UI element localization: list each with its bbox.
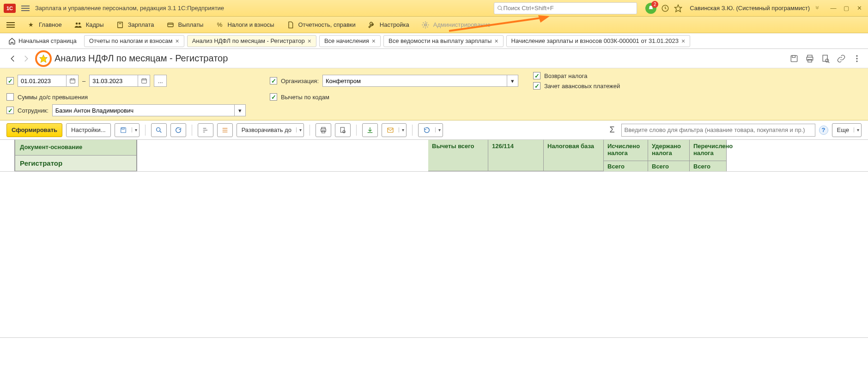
ribbon-item-main[interactable]: ★Главное <box>27 21 62 29</box>
tax-return-checkbox[interactable] <box>533 72 540 79</box>
svg-point-2 <box>662 5 668 12</box>
history-icon[interactable] <box>661 4 669 12</box>
expand-levels-button[interactable] <box>217 123 233 137</box>
find-button[interactable] <box>151 123 167 137</box>
svg-marker-14 <box>40 54 48 62</box>
svg-rect-19 <box>808 59 812 62</box>
svg-rect-47 <box>340 127 344 132</box>
svg-rect-20 <box>823 55 827 61</box>
favorite-star-icon[interactable] <box>674 4 682 12</box>
svg-rect-45 <box>321 129 326 131</box>
user-menu-chevron-icon[interactable] <box>814 6 820 11</box>
ribbon-item-taxes[interactable]: %Налоги и взносы <box>215 21 274 29</box>
advance-payment-checkbox[interactable] <box>533 82 540 90</box>
variants-button[interactable]: ▾ <box>115 123 140 137</box>
svg-marker-3 <box>675 5 682 12</box>
notifications-bell-icon[interactable]: 2 <box>645 3 656 14</box>
deductions-checkbox[interactable] <box>270 93 277 101</box>
link-icon[interactable] <box>837 54 846 63</box>
tab-item[interactable]: Все ведомости на выплату зарплаты× <box>383 35 504 47</box>
collapse-levels-button[interactable] <box>198 123 213 137</box>
email-button[interactable]: ▾ <box>382 123 407 137</box>
favorite-toggle[interactable] <box>35 50 52 67</box>
svg-rect-6 <box>117 22 122 28</box>
tab-item[interactable]: Все начисления× <box>319 35 381 47</box>
svg-point-23 <box>856 55 857 56</box>
org-checkbox[interactable] <box>270 77 277 84</box>
print-preview-button[interactable] <box>335 123 351 137</box>
more-button[interactable]: Еще▾ <box>832 123 862 137</box>
tab-item[interactable]: Анализ НДФЛ по месяцам - Регистратор× <box>187 35 316 47</box>
save-file-button[interactable] <box>362 123 378 137</box>
settings-button[interactable]: Настройки... <box>66 123 111 137</box>
date-presets-button[interactable]: ... <box>154 75 167 87</box>
global-search[interactable] <box>494 2 637 14</box>
print-icon[interactable] <box>805 54 814 63</box>
svg-point-0 <box>498 6 502 9</box>
date-to-input[interactable] <box>89 75 138 87</box>
employee-checkbox[interactable] <box>6 107 14 114</box>
tab-close-icon[interactable]: × <box>494 37 498 45</box>
svg-point-4 <box>75 22 78 24</box>
window-close-icon[interactable]: ✕ <box>854 4 864 13</box>
svg-point-24 <box>856 58 857 59</box>
ribbon-item-admin[interactable]: Администрирование <box>421 21 491 29</box>
svg-rect-15 <box>791 55 797 61</box>
org-dropdown-icon[interactable]: ▾ <box>507 75 518 87</box>
col-subheader: Всего <box>604 161 648 171</box>
svg-line-1 <box>501 9 503 10</box>
sections-menu-icon[interactable] <box>6 22 15 28</box>
global-search-input[interactable] <box>504 5 634 12</box>
tab-item[interactable]: Начисление зарплаты и взносов 003К-00000… <box>506 35 691 47</box>
svg-point-5 <box>78 22 80 24</box>
date-from-input[interactable] <box>18 75 67 87</box>
report-grid-body[interactable] <box>0 172 868 338</box>
calendar-icon[interactable] <box>67 75 79 87</box>
tab-close-icon[interactable]: × <box>176 37 179 45</box>
window-maximize-icon[interactable]: ▢ <box>841 4 851 13</box>
people-icon <box>74 21 82 29</box>
nav-back-icon[interactable] <box>6 52 19 65</box>
excess-checkbox[interactable] <box>6 93 14 101</box>
more-vertical-icon[interactable] <box>852 54 862 63</box>
ribbon-item-salary[interactable]: Зарплата <box>116 21 154 29</box>
window-minimize-icon[interactable]: — <box>828 4 838 13</box>
svg-rect-44 <box>322 127 325 129</box>
tab-item[interactable]: Отчеты по налогам и взносам× <box>84 35 184 47</box>
print-button[interactable] <box>316 123 331 137</box>
sigma-icon[interactable]: Σ <box>607 125 617 135</box>
date-range-checkbox[interactable] <box>6 77 14 84</box>
svg-rect-26 <box>70 79 75 83</box>
preview-icon[interactable] <box>821 54 830 63</box>
current-user[interactable]: Савинская З.Ю. (Системный программист) <box>690 5 810 12</box>
logo-1c: 1C <box>4 4 16 13</box>
ribbon-item-personnel[interactable]: Кадры <box>74 21 104 29</box>
tab-close-icon[interactable]: × <box>308 37 311 45</box>
generate-button[interactable]: Сформировать <box>6 123 62 137</box>
svg-point-48 <box>343 130 345 132</box>
ribbon-item-payments[interactable]: Выплаты <box>166 21 204 29</box>
employee-dropdown-icon[interactable]: ▾ <box>235 104 246 116</box>
quick-filter-input[interactable] <box>621 124 815 137</box>
calculator-icon <box>116 21 124 29</box>
star-icon: ★ <box>27 21 35 29</box>
calendar-icon[interactable] <box>138 75 150 87</box>
nav-forward-icon[interactable] <box>19 52 32 65</box>
main-menu-icon[interactable] <box>19 4 31 13</box>
svg-rect-17 <box>807 55 812 57</box>
expand-to-button[interactable]: Разворачивать до▾ <box>237 123 304 137</box>
help-icon[interactable]: ? <box>819 126 828 135</box>
org-input[interactable] <box>322 75 507 87</box>
employee-input[interactable] <box>52 104 235 116</box>
save-layout-icon[interactable] <box>789 54 799 63</box>
ribbon-item-settings[interactable]: Настройка <box>368 21 409 29</box>
refresh-button[interactable] <box>170 123 186 137</box>
tab-close-icon[interactable]: × <box>681 37 685 45</box>
tab-close-icon[interactable]: × <box>372 37 376 45</box>
col-header: 126/114 <box>488 140 543 171</box>
svg-point-13 <box>425 24 427 26</box>
ribbon-item-reports[interactable]: Отчетность, справки <box>286 21 356 29</box>
reset-button[interactable]: ▾ <box>418 123 443 137</box>
tab-home[interactable]: Начальная страница <box>4 37 81 45</box>
svg-point-36 <box>156 127 160 131</box>
